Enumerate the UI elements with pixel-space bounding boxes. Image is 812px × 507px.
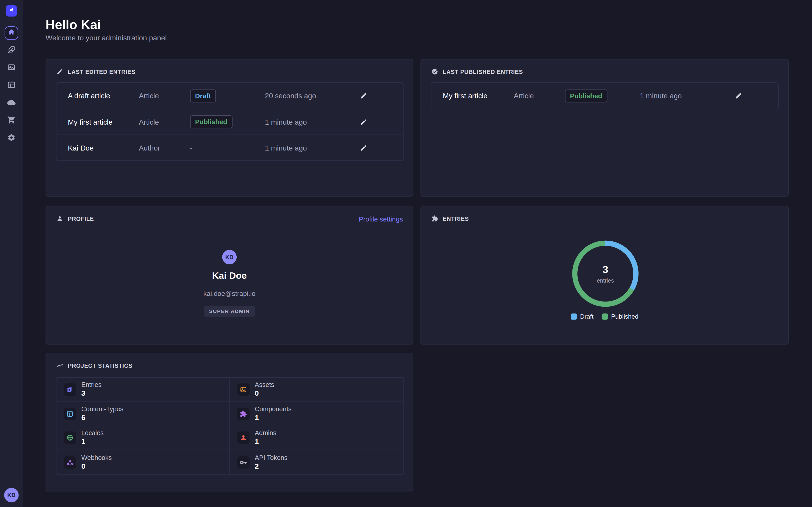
published-swatch [602, 314, 608, 320]
stat-label: Admins [255, 430, 276, 437]
draft-swatch [571, 314, 577, 320]
entry-updated-time: 20 seconds ago [265, 92, 360, 100]
picture-icon [237, 383, 250, 396]
puzzle-icon [237, 407, 250, 420]
key-icon [237, 456, 250, 468]
stat-api-tokens: API Tokens2 [230, 450, 403, 474]
images-icon [7, 63, 15, 73]
card-title: LAST PUBLISHED ENTRIES [443, 68, 523, 75]
entry-updated-time: 1 minute ago [265, 118, 360, 126]
sidebar-divider-top [0, 22, 23, 22]
last-published-entries-card: LAST PUBLISHED ENTRIES My first article … [420, 59, 789, 197]
entry-name: My first article [68, 118, 139, 126]
legend-item-draft: Draft [571, 313, 594, 320]
sidebar-item-cloud[interactable] [5, 97, 18, 110]
profile-email: kai.doe@strapi.io [203, 290, 256, 297]
stat-locales: Locales1 [56, 426, 230, 450]
stat-label: Entries [81, 381, 101, 389]
entry-name: Kai Doe [68, 144, 139, 152]
stat-value: 6 [81, 413, 123, 422]
table-row[interactable]: My first article Article Published 1 min… [56, 109, 403, 134]
stat-label: Content-Types [81, 405, 123, 413]
sidebar-nav [5, 26, 18, 145]
status-badge: Published [565, 89, 607, 102]
legend-label: Draft [580, 313, 594, 320]
sidebar-item-settings[interactable] [5, 132, 18, 145]
entry-type: Article [139, 92, 190, 100]
person-icon [56, 215, 63, 222]
entries-card: ENTRIES 3 entries Draft [420, 206, 789, 344]
edit-pencil-button[interactable] [360, 92, 367, 99]
stat-label: API Tokens [255, 454, 288, 462]
last-edited-table: A draft article Article Draft 20 seconds… [56, 82, 404, 161]
entry-updated-time: 1 minute ago [265, 144, 360, 152]
profile-name: Kai Doe [212, 271, 247, 281]
stat-value: 3 [81, 389, 101, 398]
profile-card: PROFILE Profile settings KD Kai Doe kai.… [46, 206, 413, 344]
entry-name: My first article [443, 92, 514, 100]
edit-pencil-button[interactable] [735, 92, 742, 99]
profile-body: KD Kai Doe kai.doe@strapi.io SUPER ADMIN [46, 250, 412, 317]
check-circle-icon [431, 68, 438, 75]
pencil-icon [56, 68, 63, 75]
entry-status: - [190, 143, 265, 152]
main-content: Hello Kai Welcome to your administration… [23, 0, 812, 507]
card-header: LAST PUBLISHED ENTRIES [431, 68, 523, 75]
sidebar-divider-bottom [0, 484, 23, 484]
person-icon [237, 432, 250, 444]
globe-icon [64, 432, 76, 444]
entry-type: Article [139, 118, 190, 126]
stat-value: 1 [81, 437, 104, 446]
stat-value: 0 [81, 462, 112, 470]
workspace-logo-button[interactable] [6, 5, 17, 17]
table-row[interactable]: A draft article Article Draft 20 seconds… [56, 83, 403, 109]
puzzle-icon [431, 215, 438, 222]
entry-type: Author [139, 144, 190, 152]
legend-item-published: Published [602, 313, 638, 320]
last-published-table: My first article Article Published 1 min… [431, 82, 779, 109]
home-icon [8, 29, 15, 38]
sidebar-item-marketplace[interactable] [5, 114, 18, 128]
stat-components: Components1 [230, 402, 403, 426]
stat-label: Components [255, 405, 292, 413]
sidebar: KD [0, 0, 23, 507]
layout-icon [64, 407, 76, 420]
stat-value: 1 [255, 437, 276, 446]
sidebar-item-content-type-builder[interactable] [5, 79, 18, 93]
last-edited-entries-card: LAST EDITED ENTRIES A draft article Arti… [46, 59, 413, 197]
card-title: PROJECT STATISTICS [68, 362, 133, 369]
card-title: PROFILE [68, 215, 94, 222]
stat-value: 1 [255, 413, 292, 422]
stat-value: 2 [255, 462, 288, 470]
edit-pencil-button[interactable] [360, 144, 367, 151]
sidebar-item-home[interactable] [5, 26, 18, 40]
entry-status: Draft [190, 89, 265, 102]
page-subtitle: Welcome to your administration panel [46, 34, 167, 42]
table-row[interactable]: My first article Article Published 1 min… [431, 83, 778, 109]
sidebar-item-content-manager[interactable] [5, 44, 18, 57]
documents-icon [64, 383, 76, 396]
entry-updated-time: 1 minute ago [640, 92, 735, 100]
stat-label: Locales [81, 430, 104, 437]
entry-name: A draft article [68, 92, 139, 100]
entry-status: Published [565, 89, 640, 102]
statistics-grid: Entries3 Assets0 Content-Types6 [56, 377, 404, 475]
status-badge: Draft [190, 89, 216, 102]
card-header: LAST EDITED ENTRIES [56, 68, 135, 75]
entries-count: 3 [603, 264, 608, 276]
entry-type: Article [514, 92, 565, 100]
cloud-icon [7, 98, 15, 109]
edit-pencil-button[interactable] [360, 118, 367, 125]
sidebar-item-media-library[interactable] [5, 61, 18, 75]
donut-center: 3 entries [572, 241, 639, 307]
sidebar-user-avatar[interactable]: KD [4, 488, 18, 502]
stat-label: Assets [255, 381, 274, 389]
page-title: Hello Kai [46, 17, 101, 32]
table-row[interactable]: Kai Doe Author - 1 minute ago [56, 134, 403, 160]
card-header: PROFILE [56, 215, 94, 222]
stat-entries: Entries3 [56, 378, 230, 402]
profile-settings-link[interactable]: Profile settings [359, 215, 403, 223]
avatar: KD [222, 250, 237, 264]
feather-icon [7, 46, 15, 56]
status-empty: - [190, 144, 192, 152]
